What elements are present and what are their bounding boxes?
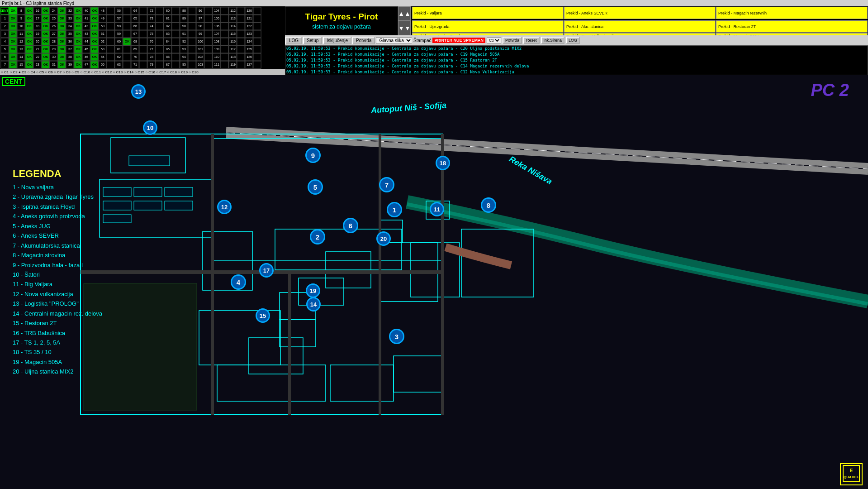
building-circle-3[interactable]: 3: [389, 329, 404, 344]
legend-item: 5 - Aneks JUG: [13, 221, 102, 231]
nav-up-button[interactable]: ▲▲: [398, 6, 411, 21]
log-entry: 05.02.19. 11:59:53 - Prekid komunikacije…: [285, 63, 868, 69]
window-title: Petlja br.1 - C3 Ispitna stanica Floyd: [2, 1, 74, 6]
svg-rect-8: [103, 187, 131, 197]
setup-button[interactable]: Setup: [303, 37, 322, 44]
legend-item: 15 - Restoran 2T: [13, 318, 102, 328]
building-circle-15[interactable]: 15: [256, 308, 270, 323]
title-sub: sistem za dojavu požara: [312, 24, 370, 30]
status-aneks-sever[interactable]: Prekid - Aneks SEVER: [564, 7, 716, 19]
status-aku-stanica[interactable]: Prekid - Aku: stanica: [564, 20, 716, 33]
building-circle-20[interactable]: 20: [376, 231, 391, 246]
building-circle-17[interactable]: 17: [259, 263, 274, 278]
building-circle-12[interactable]: 12: [217, 200, 232, 214]
iskljucenje-button[interactable]: Isključenje: [323, 37, 351, 44]
building-circle-2[interactable]: 2: [310, 229, 325, 244]
status-restoran[interactable]: Prekid - Restoran 2T: [716, 20, 868, 33]
potvrda-button[interactable]: Potvrda: [352, 37, 375, 44]
status-valjara[interactable]: Prekid - Valjara: [412, 7, 564, 19]
printer-error: PRINTER NUE SPREMAN: [432, 38, 485, 43]
log-entry: 05.02.19. 11:59:53 - Prekid komunikacije…: [285, 69, 868, 75]
map-svg: [0, 75, 868, 489]
nav-down-button[interactable]: ▼▼: [398, 21, 411, 35]
status-buttons-row2: Prekid - Upr.zgrada Prekid - Aku: stanic…: [412, 20, 868, 33]
reset-btn[interactable]: Reset: [523, 37, 540, 44]
loop-radio-bar: ○ C1 ○ C2 ● C3 ○ C4 ○ C5 ○ C6 ○ C7 ○ C8 …: [0, 69, 285, 75]
svg-text:QUADEL: QUADEL: [844, 475, 859, 479]
building-circle-7[interactable]: 7: [379, 177, 394, 192]
legend-item: 3 - Ispitna stanica Floyd: [13, 202, 102, 211]
building-circle-8[interactable]: 8: [481, 197, 496, 213]
legend-item: 4 - Aneks gotovih proizvoda: [13, 211, 102, 221]
building-circle-5[interactable]: 5: [308, 179, 323, 195]
status-buttons-row1: Prekid - Valjara Prekid - Aneks SEVER Pr…: [412, 6, 868, 19]
legend-item: 2 - Upravna zgrada Tigar Tyres: [13, 192, 102, 201]
svg-rect-10: [165, 187, 193, 197]
legend-title: LEGENDA: [13, 168, 102, 180]
legend-item: 10 - Šatori: [13, 270, 102, 279]
legend-item: 6 - Aneks SEVER: [13, 231, 102, 240]
ink-sirena-btn[interactable]: Ink.Sirena: [541, 37, 565, 44]
legend-item: 19 - Magacin 505A: [13, 357, 102, 367]
nav-panel: ▲▲ ▼▼: [398, 6, 411, 35]
svg-rect-11: [103, 201, 131, 210]
printer-bar: Štampač PRINTER NUE SPREMAN C1 Potvrda R…: [412, 35, 868, 45]
building-circle-4[interactable]: 4: [231, 274, 246, 290]
printer-label: Štampač: [413, 38, 431, 43]
quadel-logo: E QUADEL: [840, 463, 863, 485]
log-panel: 05.02.19. 11:59:53 - Prekid komunikacije…: [285, 45, 868, 75]
legend-item: 20 - Uljna stanica MIX2: [13, 367, 102, 376]
legend-item: 17 - TS 1, 2, 5, 5A: [13, 338, 102, 347]
glavna-slika-select[interactable]: Glavna slika: [376, 37, 413, 44]
svg-rect-12: [134, 201, 162, 210]
building-circle-18[interactable]: 18: [436, 156, 450, 170]
map-area: CENT PC 2 Autoput Niš - Sofija Reka Niša…: [0, 75, 868, 489]
loop-radio-placeholder: ○ C1 ○ C2 ● C3 ○ C4 ○ C5 ○ C6 ○ C7 ○ C8 …: [1, 70, 199, 74]
svg-rect-14: [103, 215, 131, 223]
svg-rect-13: [165, 201, 193, 210]
c-select[interactable]: C1: [487, 37, 501, 43]
title-bar: Petlja br.1 - C3 Ispitna stanica Floyd: [0, 0, 868, 6]
log-button[interactable]: LOG: [285, 37, 302, 44]
status-magacin-rez[interactable]: Prekid - Magacin rezervnih: [716, 7, 868, 19]
legend-item: 11 - Big Valjara: [13, 279, 102, 289]
title-main: Tigar Tyres - Pirot: [305, 12, 378, 22]
log-entry: 05.02.19. 11:59:53 - Prekid komunikacije…: [285, 58, 868, 63]
building-circle-13[interactable]: 13: [131, 84, 146, 99]
building-circle-9[interactable]: 9: [305, 148, 321, 163]
pc2-label: PC 2: [811, 81, 849, 100]
legend-item: 13 - Logistika "PROLOG": [13, 299, 102, 308]
legend-item: 14 - Centralni magacin rez. delova: [13, 309, 102, 318]
building-circle-10[interactable]: 10: [143, 120, 157, 135]
grid-panel: [0, 6, 285, 75]
building-circle-6[interactable]: 6: [343, 218, 358, 233]
title-panel: Tigar Tyres - Pirot sistem za dojavu pož…: [285, 6, 398, 35]
svg-rect-9: [134, 187, 162, 197]
building-circle-19[interactable]: 19: [306, 283, 320, 298]
building-circle-1[interactable]: 1: [387, 202, 402, 217]
potvrda-printer-btn[interactable]: Potvrda: [503, 37, 522, 44]
legend-items: 1 - Nova valjara2 - Upravna zgrada Tigar…: [13, 182, 102, 377]
legend-item: 8 - Magacin sirovina: [13, 250, 102, 260]
legend-item: 1 - Nova valjara: [13, 182, 102, 192]
legend-item: 7 - Akumulatorska stanica: [13, 241, 102, 250]
svg-text:E: E: [850, 468, 853, 473]
status-upr-zgrada[interactable]: Prekid - Upr.zgrada: [412, 20, 564, 33]
building-circle-14[interactable]: 14: [306, 297, 321, 312]
legend-item: 16 - TRB Babušnica: [13, 328, 102, 338]
building-circle-11[interactable]: 11: [430, 202, 444, 216]
legend-item: 18 - TS 35 / 10: [13, 347, 102, 357]
svg-rect-6: [129, 156, 170, 166]
log-printer-btn[interactable]: LOG: [566, 37, 580, 44]
legend-item: 9 - Proizvodna hala - faza I: [13, 260, 102, 270]
legend: LEGENDA 1 - Nova valjara2 - Upravna zgra…: [13, 168, 102, 377]
log-entry: 05.02.19. 11:59:53 - Prekid komunikacije…: [285, 46, 868, 52]
legend-item: 12 - Nova vulkanizacija: [13, 289, 102, 299]
log-entry: 05.02.19. 11:59:53 - Prekid komunikacije…: [285, 52, 868, 58]
toolbar: LOG Setup Isključenje Potvrda Glavna sli…: [285, 35, 412, 45]
cent-badge: CENT: [2, 77, 25, 86]
